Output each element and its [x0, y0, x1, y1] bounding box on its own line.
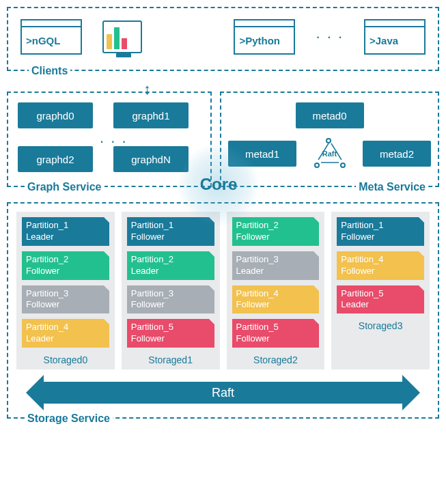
- client-python: >Python: [234, 19, 295, 55]
- partition: Partition_1Follower: [337, 217, 424, 246]
- partition: Partition_5Follower: [127, 319, 214, 348]
- partition: Partition_4Follower: [232, 285, 320, 314]
- storage-name: Storaged0: [22, 353, 109, 367]
- graph-service-box: graphd0 graphd1 graphd2 graphdN · · · Gr…: [7, 92, 212, 187]
- raft-arrow: Raft: [44, 382, 402, 404]
- partition: Partition_5Follower: [232, 319, 320, 348]
- storage-column: Partition_1FollowerPartition_2LeaderPart…: [122, 212, 220, 369]
- metad0: metad0: [296, 102, 364, 128]
- partition: Partition_3Follower: [127, 285, 214, 314]
- partition: Partition_1Leader: [22, 217, 109, 246]
- client-python-label: >Python: [235, 27, 294, 53]
- partition: Partition_2Follower: [232, 217, 320, 246]
- monitor-icon: [102, 20, 142, 53]
- partition: Partition_3Leader: [232, 251, 320, 280]
- partition: Partition_2Follower: [22, 251, 109, 280]
- storage-column: Partition_1LeaderPartition_2FollowerPart…: [16, 212, 115, 369]
- metad1: metad1: [228, 141, 296, 167]
- partition: Partition_4Follower: [337, 251, 424, 280]
- graphd1: graphd1: [113, 102, 189, 128]
- meta-service-box: metad0 metad1 Raft metad2 Meta Service: [220, 92, 439, 187]
- partition: Partition_2Leader: [127, 251, 214, 280]
- storage-name: Storaged2: [232, 353, 320, 367]
- clients-label: Clients: [29, 65, 70, 77]
- storage-service-label: Storage Service: [25, 412, 113, 425]
- storage-column: Partition_1FollowerPartition_4FollowerPa…: [331, 212, 430, 369]
- client-java: >Java: [364, 19, 426, 55]
- storage-service-box: Partition_1LeaderPartition_2FollowerPart…: [7, 202, 439, 419]
- graph-dots: · · ·: [100, 132, 128, 150]
- partition: Partition_1Follower: [127, 217, 214, 246]
- graphd0: graphd0: [18, 102, 93, 128]
- storage-column: Partition_2FollowerPartition_3LeaderPart…: [227, 212, 325, 369]
- clients-dots: · · ·: [316, 28, 344, 46]
- graphd2: graphd2: [18, 146, 93, 172]
- clients-box: >nGQL >Python · · · >Java Clients: [7, 7, 439, 71]
- storage-name: Storaged3: [337, 319, 424, 333]
- client-java-label: >Java: [365, 27, 424, 53]
- client-ngql-label: >nGQL: [22, 27, 81, 53]
- raft-icon: Raft: [316, 139, 344, 168]
- client-ngql: >nGQL: [20, 19, 82, 55]
- graph-service-label: Graph Service: [25, 181, 104, 193]
- partition: Partition_3Follower: [22, 285, 109, 314]
- partition: Partition_5Leader: [337, 285, 424, 314]
- metad2: metad2: [363, 141, 431, 167]
- storage-name: Storaged1: [127, 353, 214, 367]
- meta-service-label: Meta Service: [356, 181, 428, 193]
- storage-raft-label: Raft: [212, 386, 234, 400]
- partition: Partition_4Leader: [22, 319, 109, 348]
